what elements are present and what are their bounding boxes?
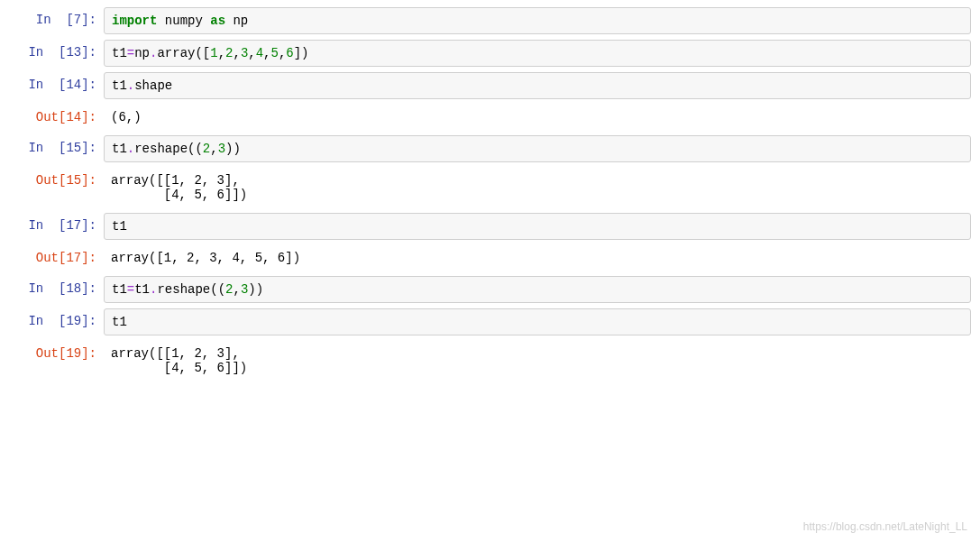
code-output: array([[1, 2, 3], [4, 5, 6]]) (104, 168, 971, 207)
code-token: )) (248, 282, 263, 297)
cell-output-row: Out[17]:array([1, 2, 3, 4, 5, 6]) (0, 245, 980, 271)
cell-input-row: In [15]:t1.reshape((2,3)) (0, 135, 980, 162)
code-token: )) (225, 142, 241, 156)
code-token: t1 (112, 78, 127, 93)
code-token: 3 (218, 142, 225, 156)
code-token: 6 (286, 46, 293, 60)
out-prompt: Out[14]: (0, 105, 104, 124)
cell-input-row: In [13]:t1=np.array([1,2,3,4,5,6]) (0, 40, 980, 67)
code-token: reshape(( (134, 142, 203, 156)
code-token: t1 (112, 315, 127, 329)
in-prompt: In [13]: (0, 40, 104, 60)
cell-output-row: Out[14]:(6,) (0, 105, 980, 130)
code-input[interactable]: t1 (104, 308, 971, 335)
code-token: 4 (256, 46, 263, 60)
code-token: , (218, 46, 225, 60)
code-input[interactable]: t1=np.array([1,2,3,4,5,6]) (104, 40, 971, 67)
code-token: , (248, 46, 255, 60)
code-token: . (127, 78, 134, 93)
code-token: numpy (157, 14, 210, 28)
code-input[interactable]: t1 (104, 213, 971, 240)
cell-input-row: In [14]:t1.shape (0, 72, 980, 99)
code-input[interactable]: t1.shape (104, 72, 971, 99)
code-token: t1 (112, 142, 127, 156)
out-prompt: Out[19]: (0, 341, 104, 361)
out-prompt: Out[17]: (0, 245, 104, 265)
code-token: np (225, 14, 248, 28)
code-token: = (127, 282, 134, 297)
in-prompt: In [19]: (0, 308, 104, 328)
code-output: array([1, 2, 3, 4, 5, 6]) (104, 245, 971, 271)
out-prompt: Out[15]: (0, 168, 104, 188)
in-prompt: In [15]: (0, 135, 104, 155)
cell-output-row: Out[15]:array([[1, 2, 3], [4, 5, 6]]) (0, 168, 980, 207)
cell-input-row: In [17]:t1 (0, 213, 980, 240)
code-output: (6,) (104, 105, 971, 130)
cell-output-row: Out[19]:array([[1, 2, 3], [4, 5, 6]]) (0, 341, 980, 381)
code-token: shape (134, 78, 172, 93)
code-token: reshape(( (157, 282, 225, 297)
code-token: = (127, 46, 134, 60)
code-token: . (127, 142, 134, 156)
notebook-container: In [7]:import numpy as npIn [13]:t1=np.a… (0, 7, 980, 381)
code-token: 2 (203, 142, 210, 156)
code-token: , (210, 142, 217, 156)
code-token: , (263, 46, 270, 60)
code-input[interactable]: t1.reshape((2,3)) (104, 135, 971, 162)
code-token: , (233, 46, 240, 60)
code-token: 5 (271, 46, 279, 60)
in-prompt: In [14]: (0, 72, 104, 92)
code-output: array([[1, 2, 3], [4, 5, 6]]) (104, 341, 971, 381)
code-token: t1 (112, 282, 127, 297)
in-prompt: In [17]: (0, 213, 104, 233)
in-prompt: In [7]: (0, 7, 104, 27)
code-input[interactable]: t1=t1.reshape((2,3)) (104, 276, 971, 303)
code-input[interactable]: import numpy as np (104, 7, 971, 34)
code-token: as (210, 14, 225, 28)
code-token: import (112, 14, 157, 28)
code-token: ]) (294, 46, 309, 60)
code-token: t1 (112, 219, 127, 234)
code-token: t1 (112, 46, 127, 60)
code-token: np (134, 46, 150, 60)
code-token: , (233, 282, 240, 297)
in-prompt: In [18]: (0, 276, 104, 296)
code-token: t1 (134, 282, 150, 297)
code-token: 1 (210, 46, 217, 60)
cell-input-row: In [19]:t1 (0, 308, 980, 335)
cell-input-row: In [7]:import numpy as np (0, 7, 980, 34)
cell-input-row: In [18]:t1=t1.reshape((2,3)) (0, 276, 980, 303)
code-token: array([ (157, 46, 210, 60)
